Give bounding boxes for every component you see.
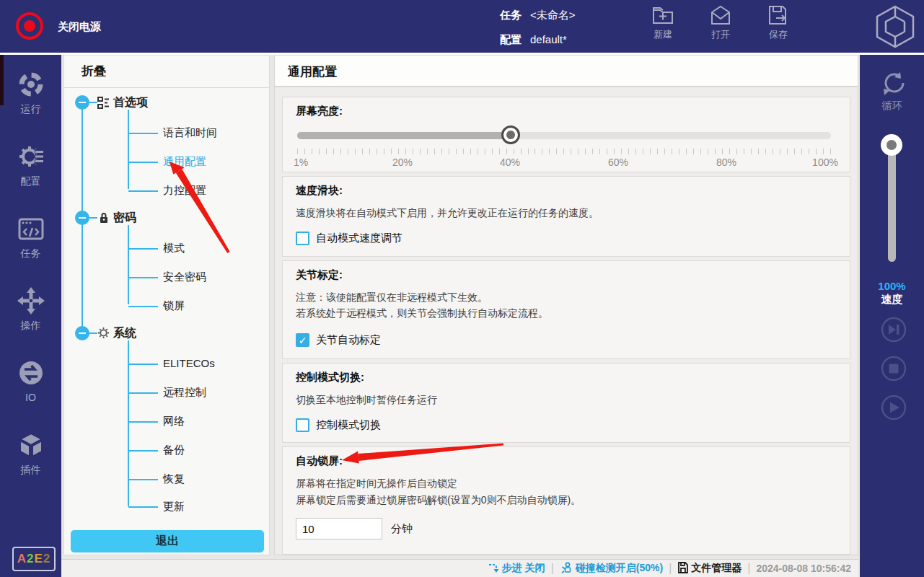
task-icon (0, 213, 61, 244)
tree-stub (128, 306, 158, 307)
brightness-slider[interactable] (297, 132, 831, 139)
auto-lock-desc1: 屏幕将在指定时间无操作后自动锁定 (296, 477, 457, 490)
tree-stub (89, 102, 97, 103)
step-icon (488, 562, 499, 576)
power-label: 关闭电源 (58, 20, 101, 34)
control-mode-title: 控制模式切换: (296, 371, 364, 384)
tree-branch-line (128, 110, 129, 189)
tree-stub (128, 248, 158, 250)
sidebar-item-task[interactable]: 任务 (0, 213, 61, 260)
joint-calibration-note2: 若系统处于远程模式，则关节会强制执行自动标定流程。 (296, 307, 548, 320)
tree-stub (128, 364, 158, 365)
plugin-icon (0, 430, 61, 460)
open-button[interactable]: 打开 (698, 4, 744, 41)
sidebar-item-config[interactable]: 配置 (0, 141, 61, 188)
speed-slider-handle[interactable] (881, 134, 902, 156)
tree-item-force-config[interactable]: 力控配置 (163, 184, 206, 198)
tree-stub (128, 133, 158, 134)
tree-stub (89, 332, 97, 334)
tree-item-elitecos[interactable]: ELITECOs (163, 357, 215, 369)
tick-label: 40% (500, 157, 520, 168)
joint-calibration-card: 关节标定: 注意：该使能配置仅在非远程模式下生效。 若系统处于远程模式，则关节会… (282, 260, 850, 359)
speed-label: 速度 (860, 293, 924, 307)
brightness-slider-handle[interactable] (501, 125, 520, 144)
task-value: <未命名> (530, 9, 576, 21)
panel-title: 通用配置 (288, 63, 337, 80)
separator: | (747, 562, 750, 575)
auto-lock-minutes-input[interactable] (296, 518, 382, 539)
tree-item-general-config[interactable]: 通用配置 (163, 155, 206, 169)
tree-group-password[interactable]: 密码 (113, 211, 136, 226)
file-manager-button[interactable]: 文件管理器 (677, 562, 742, 576)
save-icon (755, 4, 801, 26)
collision-detection-toggle[interactable]: 碰撞检测开启(50%) (560, 562, 663, 576)
stop-button[interactable] (879, 354, 908, 383)
preferences-icon (97, 97, 110, 112)
tree-item-language-time[interactable]: 语言和时间 (163, 126, 217, 140)
play-button[interactable] (879, 393, 908, 422)
tree-item-remote-control[interactable]: 远程控制 (163, 386, 206, 400)
tree-group-system[interactable]: 系统 (113, 326, 136, 341)
skip-next-icon (879, 334, 908, 346)
tree-expander-password[interactable] (75, 211, 89, 225)
tree-collapse-title[interactable]: 折叠 (82, 63, 106, 79)
divider (64, 87, 269, 88)
tree-stub (128, 277, 158, 278)
tree-item-network[interactable]: 网络 (163, 415, 185, 428)
brightness-slider-fill (297, 132, 511, 139)
save-button[interactable]: 保存 (755, 4, 801, 41)
settings-tree-panel: 折叠 首选项 语言和时间 通用配置 力控配置 密码 模式 安全密码 锁屏 系统 … (63, 55, 270, 555)
panel-header: 通用配置 (275, 56, 858, 87)
auto-lock-card: 自动锁屏: 屏幕将在指定时间无操作后自动锁定 屏幕锁定后需要通过锁屏密码解锁(设… (282, 446, 850, 555)
control-mode-checkbox-row[interactable]: 控制模式切换 (296, 418, 381, 432)
robot-model-badge[interactable]: A2E2 (12, 547, 56, 571)
config-value: default* (530, 33, 567, 45)
new-button[interactable]: 新建 (640, 4, 686, 41)
tree-item-mode[interactable]: 模式 (163, 242, 185, 255)
skip-next-button[interactable] (879, 315, 908, 344)
tree-item-restore[interactable]: 恢复 (163, 472, 185, 486)
loop-icon[interactable] (879, 71, 906, 100)
sidebar-item-run[interactable]: 运行 (0, 69, 61, 116)
tree-item-safety-password[interactable]: 安全密码 (163, 270, 206, 284)
auto-speed-checkbox-label: 自动模式速度调节 (316, 232, 402, 245)
speed-slider-vertical[interactable] (888, 143, 896, 262)
topbar-divider (0, 53, 924, 55)
task-indicator: 任务<未命名> (500, 9, 576, 22)
speed-slider-card: 速度滑块: 速度滑块将在自动模式下启用，并允许更改正在运行的任务的速度。 自动模… (282, 176, 850, 257)
stop-icon (879, 373, 908, 385)
tick-label: 100% (812, 157, 838, 168)
status-bar: 步进 关闭 | 碰撞检测开启(50%) | 文件管理器 | 2024-08-08… (61, 559, 858, 577)
control-mode-checkbox[interactable] (296, 418, 309, 432)
auto-speed-checkbox-row[interactable]: 自动模式速度调节 (296, 232, 402, 245)
collision-robot-icon (560, 562, 573, 576)
brightness-title: 屏幕亮度: (296, 105, 343, 118)
brightness-card: 屏幕亮度: 1% 20% 40% 60% 80% 100% (282, 97, 850, 172)
auto-lock-desc2: 屏幕锁定后需要通过锁屏密码解锁(设置为0则不启动自动锁屏)。 (296, 494, 581, 507)
exit-button[interactable]: 退出 (71, 530, 264, 552)
task-label: 任务 (500, 9, 522, 21)
tree-stub (128, 392, 158, 394)
sidebar-item-operate[interactable]: 操作 (0, 286, 61, 332)
separator: | (669, 562, 672, 575)
control-mode-card: 控制模式切换: 切换至本地控制时暂停任务运行 控制模式切换 (282, 363, 850, 443)
tree-expander-system[interactable] (75, 326, 89, 340)
tick-label: 1% (294, 157, 308, 168)
loop-label: 循环 (860, 100, 924, 113)
joint-auto-cal-checkbox[interactable] (296, 333, 309, 347)
tree-item-update[interactable]: 更新 (163, 500, 185, 514)
sidebar-item-plugin[interactable]: 插件 (0, 430, 61, 477)
control-mode-desc: 切换至本地控制时暂停任务运行 (296, 394, 437, 407)
step-toggle[interactable]: 步进 关闭 (488, 562, 545, 576)
tree-item-backup[interactable]: 备份 (163, 444, 185, 457)
joint-auto-cal-checkbox-row[interactable]: 关节自动标定 (296, 333, 381, 347)
tree-group-preferences[interactable]: 首选项 (113, 95, 148, 110)
power-button[interactable] (16, 12, 43, 40)
auto-speed-checkbox[interactable] (296, 232, 309, 245)
config-indicator: 配置default* (500, 33, 567, 47)
auto-lock-unit-label: 分钟 (391, 522, 413, 536)
tree-item-lock-screen[interactable]: 锁屏 (163, 299, 185, 313)
tree-stub (128, 479, 158, 480)
sidebar-item-io[interactable]: IO (0, 358, 61, 403)
tree-expander-preferences[interactable] (75, 95, 89, 110)
